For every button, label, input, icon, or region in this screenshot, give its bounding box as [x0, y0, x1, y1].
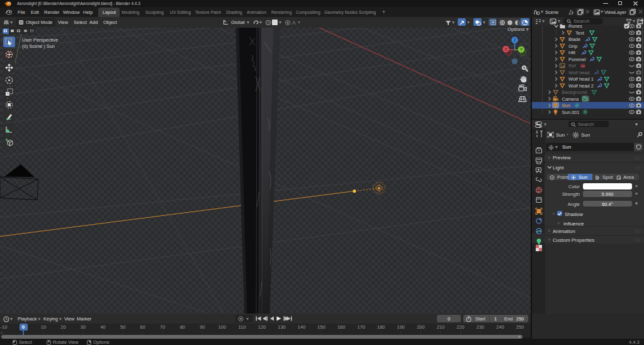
svg-text:Wolf head 1: Wolf head 1 — [568, 76, 594, 82]
svg-text:X: X — [504, 47, 507, 52]
svg-text:Sun.001: Sun.001 — [562, 110, 580, 115]
svg-text:Y: Y — [520, 47, 523, 52]
svg-text:Grip: Grip — [568, 43, 577, 49]
svg-text:Runes: Runes — [568, 23, 582, 29]
svg-text:Blade: Blade — [568, 37, 580, 42]
svg-text:Text: Text — [575, 30, 585, 36]
svg-text:Background: Background — [562, 89, 587, 95]
svg-text:Z: Z — [513, 38, 516, 42]
svg-text:Pommel: Pommel — [568, 57, 586, 62]
svg-text:Sun: Sun — [562, 103, 570, 108]
svg-text:Hilt: Hilt — [568, 50, 576, 55]
svg-text:Ref: Ref — [568, 63, 577, 69]
svg-text:Camera: Camera — [562, 96, 580, 102]
svg-text:Wolf head 2: Wolf head 2 — [568, 83, 594, 89]
svg-text:Wolf head: Wolf head — [568, 70, 590, 76]
